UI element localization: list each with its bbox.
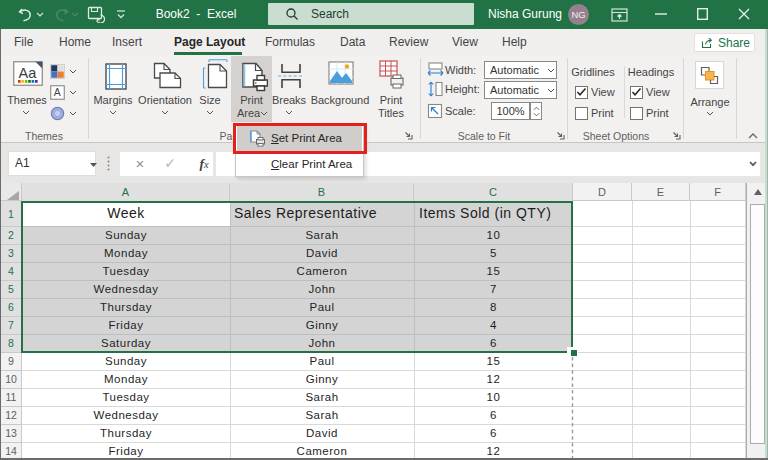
svg-text:A: A [54, 86, 61, 98]
svg-text:Aa: Aa [19, 65, 38, 81]
